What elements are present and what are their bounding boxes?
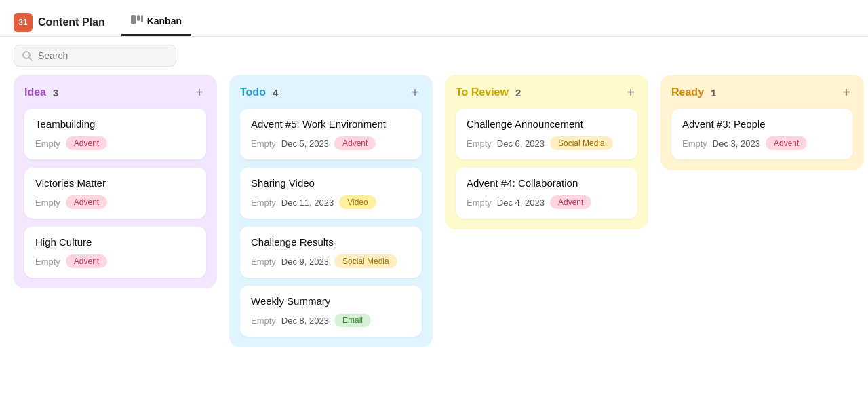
card-date: Dec 8, 2023 xyxy=(281,316,329,326)
toolbar xyxy=(0,37,868,75)
card[interactable]: TeambuildingEmptyAdvent xyxy=(24,109,206,159)
card-meta: EmptyDec 11, 2023Video xyxy=(251,195,411,209)
column-count-idea: 3 xyxy=(53,87,58,98)
card[interactable]: High CultureEmptyAdvent xyxy=(24,227,206,278)
card-date: Dec 9, 2023 xyxy=(281,257,329,267)
card[interactable]: Sharing VideoEmptyDec 11, 2023Video xyxy=(240,168,422,219)
card-meta: EmptyDec 6, 2023Social Media xyxy=(467,136,627,150)
card-tag: Advent xyxy=(334,136,376,150)
card-date: Dec 11, 2023 xyxy=(281,197,334,208)
card-meta: EmptyAdvent xyxy=(35,254,195,268)
column-title-ready: Ready xyxy=(671,86,704,98)
card-date: Dec 3, 2023 xyxy=(713,138,760,149)
card-empty-label: Empty xyxy=(35,197,60,208)
column-todo: Todo4+Advent #5: Work EnvironmentEmptyDe… xyxy=(229,75,433,347)
column-title-idea: Idea xyxy=(24,86,46,98)
card-meta: EmptyDec 8, 2023Email xyxy=(251,314,411,327)
card[interactable]: Victories MatterEmptyAdvent xyxy=(24,168,206,219)
card-empty-label: Empty xyxy=(35,257,60,267)
app-title-label: Content Plan xyxy=(38,16,105,29)
column-header-ready: Ready1+ xyxy=(671,86,853,99)
column-to-review: To Review2+Challenge AnnouncementEmptyDe… xyxy=(445,75,648,229)
column-count-to-review: 2 xyxy=(515,87,521,98)
card-tag: Advent xyxy=(550,195,591,209)
search-box[interactable] xyxy=(14,45,176,67)
card-tag: Advent xyxy=(766,136,807,150)
calendar-icon: 31 xyxy=(14,13,33,32)
card-tag: Email xyxy=(334,314,371,327)
card-meta: EmptyDec 5, 2023Advent xyxy=(251,136,411,150)
card-title: Teambuilding xyxy=(35,118,195,130)
card-tag: Advent xyxy=(66,195,107,209)
column-count-todo: 4 xyxy=(273,87,278,98)
svg-rect-1 xyxy=(137,15,140,21)
column-add-button-to-review[interactable]: + xyxy=(624,86,637,99)
card-date: Dec 6, 2023 xyxy=(497,138,545,149)
card-meta: EmptyDec 3, 2023Advent xyxy=(682,136,842,150)
card-tag: Social Media xyxy=(334,254,397,268)
column-header-todo: Todo4+ xyxy=(240,86,422,99)
card-title: Challenge Announcement xyxy=(467,118,627,130)
card-meta: EmptyAdvent xyxy=(35,136,195,150)
column-header-idea: Idea3+ xyxy=(24,86,206,99)
kanban-icon xyxy=(131,15,143,27)
header: 31 Content Plan Kanban xyxy=(0,0,868,37)
card[interactable]: Weekly SummaryEmptyDec 8, 2023Email xyxy=(240,286,422,337)
tab-kanban-label: Kanban xyxy=(147,16,182,26)
column-title-todo: Todo xyxy=(240,86,266,98)
card-empty-label: Empty xyxy=(467,138,492,149)
card-meta: EmptyDec 4, 2023Advent xyxy=(467,195,627,209)
card-empty-label: Empty xyxy=(35,138,60,149)
card[interactable]: Challenge AnnouncementEmptyDec 6, 2023So… xyxy=(456,109,637,159)
card[interactable]: Challenge ResultsEmptyDec 9, 2023Social … xyxy=(240,227,422,278)
card-title: Weekly Summary xyxy=(251,295,411,307)
column-ready: Ready1+Advent #3: PeopleEmptyDec 3, 2023… xyxy=(660,75,864,170)
svg-rect-0 xyxy=(131,15,136,24)
column-add-button-ready[interactable]: + xyxy=(840,86,853,99)
card-title: Challenge Results xyxy=(251,236,411,248)
card[interactable]: Advent #5: Work EnvironmentEmptyDec 5, 2… xyxy=(240,109,422,159)
card-empty-label: Empty xyxy=(251,138,276,149)
card-empty-label: Empty xyxy=(251,197,276,208)
column-count-ready: 1 xyxy=(711,87,716,98)
card-date: Dec 5, 2023 xyxy=(281,138,329,149)
column-title-to-review: To Review xyxy=(456,86,509,98)
card-tag: Video xyxy=(339,195,376,209)
card-tag: Advent xyxy=(66,136,107,150)
tab-bar: Kanban xyxy=(121,8,191,36)
column-header-to-review: To Review2+ xyxy=(456,86,637,99)
search-icon xyxy=(22,51,33,61)
card-meta: EmptyDec 9, 2023Social Media xyxy=(251,254,411,268)
card-title: High Culture xyxy=(35,236,195,248)
card-empty-label: Empty xyxy=(682,138,707,149)
card[interactable]: Advent #4: CollaborationEmptyDec 4, 2023… xyxy=(456,168,637,219)
card-title: Sharing Video xyxy=(251,177,411,189)
app-title: 31 Content Plan xyxy=(14,13,105,32)
card-tag: Social Media xyxy=(550,136,613,150)
column-add-button-todo[interactable]: + xyxy=(408,86,422,99)
tab-kanban[interactable]: Kanban xyxy=(121,8,191,36)
card-tag: Advent xyxy=(66,254,107,268)
column-idea: Idea3+TeambuildingEmptyAdventVictories M… xyxy=(14,75,217,288)
svg-rect-2 xyxy=(141,15,143,22)
card-title: Advent #3: People xyxy=(682,118,842,130)
card-meta: EmptyAdvent xyxy=(35,195,195,209)
card-title: Victories Matter xyxy=(35,177,195,189)
card-empty-label: Empty xyxy=(251,257,276,267)
column-add-button-idea[interactable]: + xyxy=(193,86,206,99)
card-empty-label: Empty xyxy=(251,316,276,326)
svg-line-4 xyxy=(29,58,32,60)
kanban-board: Idea3+TeambuildingEmptyAdventVictories M… xyxy=(0,75,868,361)
card-date: Dec 4, 2023 xyxy=(497,197,545,208)
card-title: Advent #5: Work Environment xyxy=(251,118,411,130)
card[interactable]: Advent #3: PeopleEmptyDec 3, 2023Advent xyxy=(671,109,853,159)
card-empty-label: Empty xyxy=(467,197,492,208)
search-input[interactable] xyxy=(38,50,167,61)
card-title: Advent #4: Collaboration xyxy=(467,177,627,189)
